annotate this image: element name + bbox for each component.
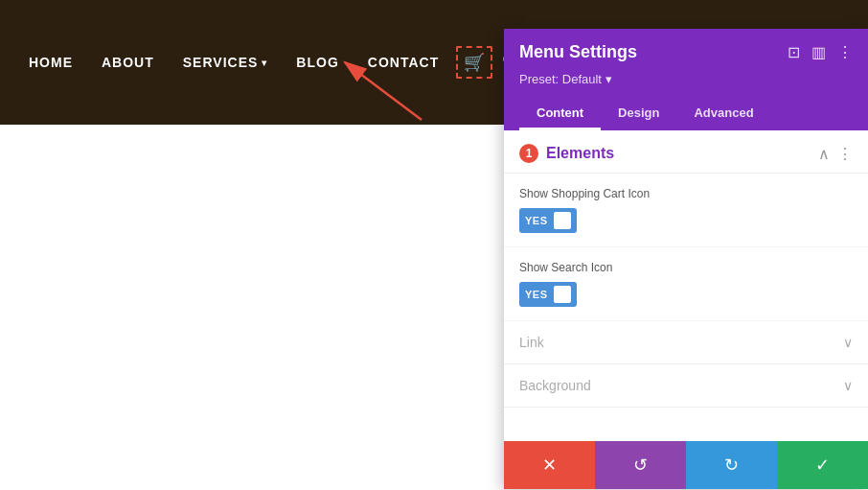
cart-toggle[interactable]: YES	[519, 208, 577, 233]
search-toggle-knob	[554, 286, 571, 303]
search-setting-label: Show Search Icon	[519, 261, 853, 274]
panel-title-row: Menu Settings ⊡ ▥ ⋮	[519, 42, 853, 62]
nav-blog[interactable]: BLOG	[296, 55, 338, 70]
section-collapse-icon[interactable]: ∧	[818, 145, 830, 163]
responsive-icon[interactable]: ⊡	[788, 43, 800, 61]
link-section[interactable]: Link ∨	[504, 321, 868, 364]
section-title-row: 1 Elements	[519, 144, 614, 163]
section-number: 1	[519, 144, 538, 163]
elements-title: Elements	[546, 145, 614, 162]
background-section-label: Background	[519, 378, 591, 393]
cart-toggle-knob	[554, 212, 571, 229]
tab-advanced[interactable]: Advanced	[676, 98, 770, 130]
panel-tabs: Content Design Advanced	[519, 98, 853, 130]
elements-section-header: 1 Elements ∧ ⋮	[504, 130, 868, 174]
nav-home[interactable]: HOME	[29, 55, 73, 70]
background-section[interactable]: Background ∨	[504, 364, 868, 408]
layout-icon[interactable]: ▥	[811, 43, 826, 61]
panel-preset[interactable]: Preset: Default ▾	[519, 72, 853, 86]
panel-body: 1 Elements ∧ ⋮ Show Shopping Cart Icon Y…	[504, 130, 868, 441]
tab-design[interactable]: Design	[601, 98, 676, 130]
more-icon[interactable]: ⋮	[837, 43, 853, 61]
link-chevron-icon: ∨	[843, 335, 853, 350]
action-bar: ✕ ↺ ↻ ✓	[504, 441, 868, 489]
redo-button[interactable]: ↻	[686, 441, 777, 489]
cancel-button[interactable]: ✕	[504, 441, 595, 489]
preset-chevron-icon: ▾	[605, 72, 612, 86]
nav-links: HOME ABOUT SERVICES ▾ BLOG CONTACT	[29, 55, 439, 70]
nav-contact[interactable]: CONTACT	[368, 55, 439, 70]
panel-header-icons: ⊡ ▥ ⋮	[788, 43, 853, 61]
tab-content[interactable]: Content	[519, 98, 601, 130]
nav-about[interactable]: ABOUT	[102, 55, 154, 70]
panel-header: Menu Settings ⊡ ▥ ⋮ Preset: Default ▾ Co…	[504, 29, 868, 130]
cart-toggle-yes: YES	[525, 215, 548, 226]
search-toggle[interactable]: YES	[519, 282, 577, 307]
dropdown-chevron-icon: ▾	[262, 58, 267, 68]
background-chevron-icon: ∨	[843, 378, 853, 393]
reset-button[interactable]: ↺	[595, 441, 686, 489]
cart-wrapper: 🛒	[456, 46, 492, 79]
panel-title: Menu Settings	[519, 42, 637, 62]
cart-setting-label: Show Shopping Cart Icon	[519, 187, 853, 200]
search-toggle-yes: YES	[525, 289, 548, 300]
main-content: Menu Settings ⊡ ▥ ⋮ Preset: Default ▾ Co…	[0, 125, 868, 490]
link-section-label: Link	[519, 335, 544, 350]
save-button[interactable]: ✓	[777, 441, 868, 489]
cart-icon[interactable]: 🛒	[464, 53, 485, 72]
cart-icon-setting: Show Shopping Cart Icon YES	[504, 174, 868, 247]
section-controls: ∧ ⋮	[818, 145, 853, 163]
nav-services[interactable]: SERVICES ▾	[183, 55, 268, 70]
section-menu-icon[interactable]: ⋮	[837, 145, 853, 163]
search-icon-setting: Show Search Icon YES	[504, 247, 868, 321]
settings-panel: Menu Settings ⊡ ▥ ⋮ Preset: Default ▾ Co…	[504, 29, 868, 489]
